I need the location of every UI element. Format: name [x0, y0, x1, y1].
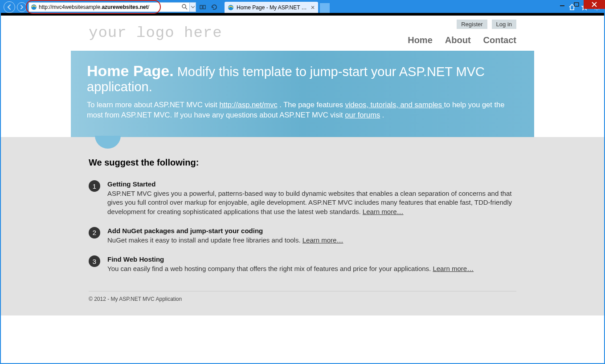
maximize-button[interactable] [569, 0, 584, 9]
register-link[interactable]: Register [457, 20, 487, 29]
ie-icon [227, 4, 234, 11]
hero-banner: Home Page. Modify this template to jump-… [71, 51, 534, 137]
step-title: Getting Started [107, 180, 516, 188]
footer-text: © 2012 - My ASP.NET MVC Application [89, 296, 516, 307]
step-number-icon: 1 [89, 180, 100, 192]
login-link[interactable]: Log in [492, 20, 516, 29]
close-window-button[interactable] [584, 0, 605, 9]
svg-rect-7 [200, 5, 202, 9]
footer-divider [89, 291, 516, 291]
forward-arrow-icon [19, 4, 25, 10]
step-number-icon: 2 [89, 227, 100, 239]
suggest-heading: We suggest the following: [89, 158, 516, 168]
forward-button[interactable] [17, 2, 27, 12]
svg-line-6 [185, 8, 187, 9]
tab-close-button[interactable]: ✕ [309, 4, 316, 11]
compat-view-icon[interactable] [199, 4, 206, 11]
ie-icon [30, 4, 37, 11]
hero-body: To learn more about ASP.NET MVC visit ht… [87, 100, 518, 120]
list-item: 3 Find Web Hosting You can easily find a… [89, 255, 516, 273]
nav-contact[interactable]: Contact [483, 35, 516, 45]
step-body: ASP.NET MVC gives you a powerful, patter… [107, 189, 516, 216]
learn-more-link[interactable]: Learn more… [433, 265, 474, 272]
browser-tab[interactable]: Home Page - My ASP.NET … ✕ [225, 2, 318, 13]
step-body: You can easily find a web hosting compan… [107, 264, 474, 273]
step-number-icon: 3 [89, 255, 100, 267]
back-button[interactable] [4, 1, 15, 13]
learn-more-link[interactable]: Learn more… [363, 208, 404, 215]
minimize-button[interactable] [555, 0, 569, 9]
address-bar[interactable]: http://mvc4websitesample.azurewebsites.n… [29, 2, 190, 12]
nav-home[interactable]: Home [408, 35, 433, 45]
hero-title: Home Page. Modify this template to jump-… [87, 62, 518, 94]
site-logo[interactable]: your logo here [89, 17, 222, 41]
addr-dropdown-button[interactable] [190, 2, 196, 12]
tab-title: Home Page - My ASP.NET … [237, 4, 307, 11]
step-title: Find Web Hosting [107, 255, 474, 263]
step-body: NuGet makes it easy to install and updat… [107, 236, 343, 245]
svg-rect-8 [203, 5, 205, 9]
back-arrow-icon [6, 4, 12, 10]
list-item: 1 Getting Started ASP.NET MVC gives you … [89, 180, 516, 216]
hero-link-aspnet[interactable]: http://asp.net/mvc [219, 101, 277, 109]
hero-link-samples[interactable]: videos, tutorials, and samples [345, 101, 444, 109]
list-item: 2 Add NuGet packages and jump-start your… [89, 227, 516, 245]
window-buttons [555, 0, 605, 9]
url-text: http://mvc4websitesample.azurewebsites.n… [39, 4, 180, 10]
learn-more-link[interactable]: Learn more… [302, 236, 343, 244]
step-title: Add NuGet packages and jump-start your c… [107, 227, 343, 235]
svg-rect-1 [574, 3, 579, 6]
new-tab-button[interactable] [320, 3, 330, 13]
search-icon[interactable] [180, 3, 188, 11]
hero-link-forums[interactable]: our forums [345, 111, 380, 119]
refresh-button[interactable] [211, 4, 218, 11]
nav-about[interactable]: About [445, 35, 471, 45]
browser-chrome: http://mvc4websitesample.azurewebsites.n… [1, 1, 604, 13]
chevron-down-icon [191, 4, 194, 8]
svg-point-5 [182, 4, 186, 8]
